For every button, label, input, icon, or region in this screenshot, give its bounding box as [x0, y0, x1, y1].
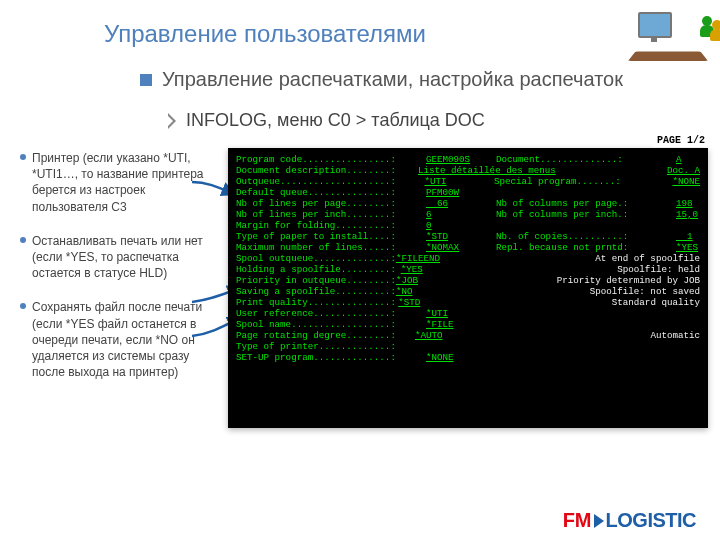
terminal-row: Page rotating degree........:*AUTOAutoma…	[236, 330, 700, 341]
terminal-row: Holding a spoolfile.........:*YESSpoolfi…	[236, 264, 700, 275]
terminal-row: Print quality...............:*STDStandar…	[236, 297, 700, 308]
terminal-screenshot: PAGE 1/2 Program code................:GE…	[228, 148, 708, 428]
terminal-row: User reference..............:*UTI	[236, 308, 700, 319]
terminal-row: Margin for folding..........:0	[236, 220, 700, 231]
annotation-text: Останавливать печать или нет (если *YES,…	[32, 233, 205, 282]
terminal-row: Saving a spoolfile..........:*NOSpoolfil…	[236, 286, 700, 297]
logo-fm: FM	[563, 509, 592, 532]
hero-illustration	[628, 6, 708, 61]
triangle-right-icon	[594, 514, 604, 528]
chevron-right-icon	[168, 113, 178, 129]
terminal-row: Nb of lines per inch........:6Nb of colu…	[236, 209, 700, 220]
terminal-row: Maximum number of lines.....:*NOMAXRepl.…	[236, 242, 700, 253]
terminal-row: Spool name..................:*FILE	[236, 319, 700, 330]
subtitle-row: Управление распечатками, настройка распе…	[140, 68, 623, 91]
terminal-row: Nb of lines per page........: 66Nb of co…	[236, 198, 700, 209]
annotation-item: Принтер (если указано *UTI, *UTI1…, то н…	[20, 150, 205, 215]
terminal-row: Document description........:Liste détai…	[236, 165, 700, 176]
terminal-row: SET-UP program..............:*NONE	[236, 352, 700, 363]
brand-logo: FM LOGISTIC	[563, 509, 696, 532]
annotation-list: Принтер (если указано *UTI, *UTI1…, то н…	[20, 150, 205, 398]
terminal-row: Outqueue....................:*UTISpecial…	[236, 176, 700, 187]
terminal-row: Type of paper to install....:*STDNb. of …	[236, 231, 700, 242]
bullet-dot-icon	[20, 303, 26, 309]
page-title: Управление пользователями	[104, 20, 426, 48]
page-indicator: PAGE 1/2	[653, 134, 709, 147]
annotation-text: Сохранять файл после печати (если *YES ф…	[32, 299, 205, 380]
annotation-item: Сохранять файл после печати (если *YES ф…	[20, 299, 205, 380]
breadcrumb: INFOLOG, меню C0 > таблица DOC	[168, 110, 485, 131]
annotation-item: Останавливать печать или нет (если *YES,…	[20, 233, 205, 282]
breadcrumb-text: INFOLOG, меню C0 > таблица DOC	[186, 110, 485, 131]
subtitle: Управление распечатками, настройка распе…	[162, 68, 623, 91]
logo-logistic: LOGISTIC	[606, 509, 696, 532]
terminal-row: Priority in outqueue........:*JOBPriorit…	[236, 275, 700, 286]
bullet-dot-icon	[20, 237, 26, 243]
terminal-row: Type of printer.............:	[236, 341, 700, 352]
bullet-dot-icon	[20, 154, 26, 160]
bullet-square-icon	[140, 74, 152, 86]
terminal-row: Program code................:GEEM090SDoc…	[236, 154, 700, 165]
terminal-row: Spool outqueue..............:*FILEENDAt …	[236, 253, 700, 264]
terminal-row: Default queue...............:PFM00W	[236, 187, 700, 198]
annotation-text: Принтер (если указано *UTI, *UTI1…, то н…	[32, 150, 205, 215]
